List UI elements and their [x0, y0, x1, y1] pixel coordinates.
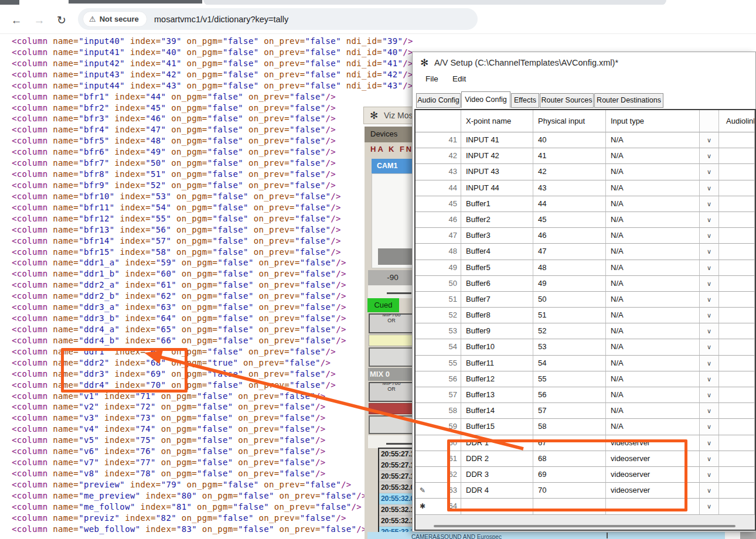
menu-edit[interactable]: Edit: [452, 74, 466, 83]
cell-xpoint-name[interactable]: Buffer13: [461, 387, 533, 403]
cell-physical-input[interactable]: 67: [533, 435, 606, 451]
cell-audiolink[interactable]: [719, 292, 755, 308]
horizontal-scrollbar[interactable]: [416, 516, 755, 530]
cell-physical-input[interactable]: 58: [533, 419, 606, 435]
cell-audiolink[interactable]: [719, 499, 755, 514]
input-type-dropdown[interactable]: ∨: [700, 292, 719, 308]
cell-audiolink[interactable]: [719, 339, 755, 355]
input-type-dropdown[interactable]: ∨: [700, 419, 719, 435]
cell-audiolink[interactable]: [719, 196, 755, 212]
input-type-dropdown[interactable]: ∨: [700, 323, 719, 339]
cell-physical-input[interactable]: 53: [533, 339, 606, 355]
address-bar[interactable]: ⚠Not secure mosartvmc1/v1/dictionary?key…: [78, 8, 478, 30]
input-type-dropdown[interactable]: ∨: [700, 387, 719, 403]
cell-input-type[interactable]: N/A: [606, 132, 700, 148]
reload-button[interactable]: ↻: [54, 13, 69, 28]
fader-handle[interactable]: [387, 292, 411, 294]
row-header[interactable]: 43: [416, 164, 461, 180]
cell-xpoint-name[interactable]: Buffer12: [461, 371, 533, 387]
input-type-dropdown[interactable]: ∨: [700, 212, 719, 228]
cell-xpoint-name[interactable]: Buffer6: [461, 276, 533, 292]
cell-input-type[interactable]: N/A: [606, 228, 700, 244]
cell-audiolink[interactable]: [719, 435, 755, 451]
input-type-dropdown[interactable]: ∨: [700, 339, 719, 355]
fader-track[interactable]: [368, 285, 417, 298]
input-type-dropdown[interactable]: ∨: [700, 467, 719, 483]
cell-xpoint-name[interactable]: Buffer14: [461, 403, 533, 419]
tab-router-destinations[interactable]: Router Destinations: [594, 93, 663, 108]
cell-input-type[interactable]: N/A: [606, 148, 700, 164]
cell-input-type[interactable]: N/A: [606, 308, 700, 323]
cell-xpoint-name[interactable]: INPUT 42: [461, 148, 533, 164]
row-header[interactable]: 45: [416, 196, 461, 212]
camera-channel-header[interactable]: CAM1: [372, 159, 417, 173]
cell-xpoint-name[interactable]: Buffer10: [461, 339, 533, 355]
row-header[interactable]: 56: [416, 371, 461, 387]
cell-xpoint-name[interactable]: Buffer8: [461, 308, 533, 323]
not-secure-chip[interactable]: ⚠Not secure: [83, 11, 147, 27]
cell-input-type[interactable]: N/A: [606, 356, 700, 371]
cell-physical-input[interactable]: 44: [533, 196, 606, 212]
cued-clip-slot[interactable]: MIP780OR: [369, 313, 414, 333]
row-header[interactable]: 48: [416, 244, 461, 260]
row-header[interactable]: 60: [416, 435, 461, 451]
cell-input-type[interactable]: N/A: [606, 212, 700, 228]
fader-track[interactable]: [368, 435, 417, 448]
cell-xpoint-name[interactable]: [461, 499, 533, 514]
cell-audiolink[interactable]: [719, 228, 755, 244]
input-type-dropdown[interactable]: ∨: [700, 228, 719, 244]
tab-router-sources[interactable]: Router Sources: [540, 93, 594, 108]
tab-effects[interactable]: Effects: [511, 93, 539, 108]
cell-physical-input[interactable]: 48: [533, 260, 606, 276]
cell-input-type[interactable]: N/A: [606, 371, 700, 387]
scrollbar-thumb[interactable]: [434, 525, 735, 527]
cell-physical-input[interactable]: 41: [533, 148, 606, 164]
cell-xpoint-name[interactable]: DDR 3: [461, 467, 533, 483]
cell-xpoint-name[interactable]: Buffer3: [461, 228, 533, 244]
cell-physical-input[interactable]: 43: [533, 180, 606, 196]
input-type-dropdown[interactable]: ∨: [700, 483, 719, 499]
row-header[interactable]: 54: [416, 339, 461, 355]
row-header[interactable]: 47: [416, 228, 461, 244]
cell-xpoint-name[interactable]: INPUT 44: [461, 180, 533, 196]
cell-xpoint-name[interactable]: DDR 2: [461, 451, 533, 467]
cell-physical-input[interactable]: 45: [533, 212, 606, 228]
cell-xpoint-name[interactable]: Buffer7: [461, 292, 533, 308]
row-header[interactable]: 61: [416, 451, 461, 467]
empty-clip-slot[interactable]: [369, 347, 414, 367]
cell-input-type[interactable]: videoserver: [606, 467, 700, 483]
cell-xpoint-name[interactable]: Buffer1: [461, 196, 533, 212]
input-type-dropdown[interactable]: ∨: [700, 148, 719, 164]
cell-audiolink[interactable]: [719, 451, 755, 467]
cell-audiolink[interactable]: [719, 323, 755, 339]
input-type-dropdown[interactable]: ∨: [700, 164, 719, 180]
cell-xpoint-name[interactable]: Buffer5: [461, 260, 533, 276]
cell-xpoint-name[interactable]: INPUT 43: [461, 164, 533, 180]
cell-xpoint-name[interactable]: INPUT 41: [461, 132, 533, 148]
cell-physical-input[interactable]: 42: [533, 164, 606, 180]
cell-xpoint-name[interactable]: DDR 1: [461, 435, 533, 451]
cell-input-type[interactable]: N/A: [606, 180, 700, 196]
row-header[interactable]: 49: [416, 260, 461, 276]
cell-audiolink[interactable]: [719, 132, 755, 148]
cell-audiolink[interactable]: [719, 276, 755, 292]
cell-input-type[interactable]: N/A: [606, 164, 700, 180]
cell-audiolink[interactable]: [719, 483, 755, 499]
row-header[interactable]: 41: [416, 132, 461, 148]
row-header[interactable]: 53: [416, 323, 461, 339]
cell-physical-input[interactable]: 49: [533, 276, 606, 292]
menu-file[interactable]: File: [425, 74, 438, 83]
cell-xpoint-name[interactable]: Buffer11: [461, 356, 533, 371]
cell-physical-input[interactable]: 46: [533, 228, 606, 244]
cell-physical-input[interactable]: 50: [533, 292, 606, 308]
input-type-dropdown[interactable]: ∨: [700, 451, 719, 467]
cell-physical-input[interactable]: 56: [533, 387, 606, 403]
cell-xpoint-name[interactable]: DDR 4: [461, 483, 533, 499]
cell-input-type[interactable]: N/A: [606, 323, 700, 339]
row-header[interactable]: 42: [416, 148, 461, 164]
cell-input-type[interactable]: N/A: [606, 387, 700, 403]
input-type-dropdown[interactable]: ∨: [700, 260, 719, 276]
input-type-dropdown[interactable]: ∨: [700, 403, 719, 419]
cell-xpoint-name[interactable]: Buffer15: [461, 419, 533, 435]
cell-audiolink[interactable]: [719, 148, 755, 164]
